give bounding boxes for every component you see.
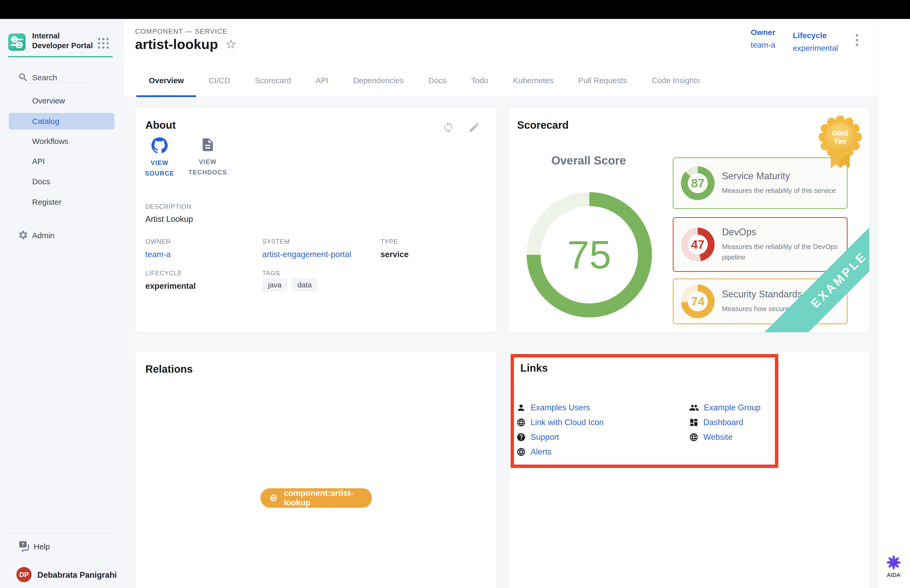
devops-gauge: 47 [681,228,714,262]
favorite-star-icon[interactable] [225,38,237,50]
link-label: Dashboard [703,418,744,427]
relation-node-label: component:artist-lookup [284,488,372,507]
refresh-icon[interactable] [442,121,454,133]
link-examples-users[interactable]: Examples Users [516,400,603,415]
kebab-menu-icon[interactable] [856,34,858,46]
group-icon [689,403,699,413]
sidebar-active-highlight [9,113,115,129]
sidebar-item-api[interactable]: API [32,157,45,166]
sidebar: Internal Developer Portal Search Overvie… [0,19,124,588]
sidebar-item-search[interactable]: Search [32,73,57,82]
sidebar-item-register[interactable]: Register [32,198,61,207]
tab-dependencies[interactable]: Dependencies [341,64,416,97]
svg-text:?: ? [22,542,24,547]
dashboard-icon [689,418,698,427]
service-maturity-score: 87 [691,176,704,190]
system-field-label: SYSTEM [262,238,290,245]
sidebar-bottom-divider [9,533,115,533]
entity-tabs: Overview CI/CD Scorecard API Dependencie… [124,64,877,97]
scorecard-card: Scorecard Overall Score 75 87 Service Ma… [509,107,870,333]
view-techdocs-button[interactable]: VIEW TECHDOCS [188,137,228,178]
tab-todo[interactable]: Todo [459,64,501,97]
owner-label: Owner [751,28,775,37]
globe-icon [516,447,526,457]
lifecycle-field-value: experimental [145,281,196,291]
type-field-value: service [380,250,409,259]
tab-scorecard[interactable]: Scorecard [242,64,303,97]
link-dashboard[interactable]: Dashboard [689,415,760,430]
relation-node-chip[interactable]: component:artist-lookup [260,488,372,508]
service-maturity-gauge: 87 [681,166,714,200]
tab-cicd[interactable]: CI/CD [196,64,242,97]
sidebar-item-help[interactable]: Help [34,542,50,551]
portal-title: Internal Developer Portal [32,31,98,50]
portal-logo-icon [8,34,26,51]
tab-docs[interactable]: Docs [416,64,459,97]
right-rail: AIDA [877,19,910,588]
brand-divider [8,56,113,57]
tag-chip[interactable]: data [291,278,318,292]
about-card: About VIEW SOURCE VIEW TECHDOCS [136,107,496,333]
owner-field-value[interactable]: team-a [145,250,171,259]
link-label: Link with Cloud Icon [530,418,603,427]
view-source-button[interactable]: VIEW SOURCE [144,137,175,179]
edit-pencil-icon[interactable] [468,121,480,133]
sidebar-item-overview[interactable]: Overview [32,96,65,105]
link-label: Website [703,433,732,442]
overall-score-gauge: 75 [527,192,652,317]
sidebar-item-docs[interactable]: Docs [32,177,50,186]
tab-api[interactable]: API [303,64,341,97]
link-website[interactable]: Website [689,430,760,444]
tab-code-insights[interactable]: Code Insights [639,64,712,97]
content-area: About VIEW SOURCE VIEW TECHDOCS [124,98,877,588]
svg-text:Tier: Tier [834,138,847,145]
github-icon [151,137,168,153]
description-value: Artist Lookup [145,215,193,224]
scorecard-item-devops[interactable]: 47 DevOps Measures the reliability of th… [673,217,848,272]
devops-score: 47 [691,237,704,252]
techdocs-doc-icon [200,137,215,152]
aida-flower-icon [886,555,901,570]
link-label: Example Group [704,403,760,412]
user-avatar[interactable]: DP [15,566,33,583]
tag-chip[interactable]: java [262,278,287,292]
link-example-group[interactable]: Example Group [689,400,760,415]
avatar-initials: DP [19,571,29,579]
sidebar-item-catalog[interactable]: Catalog [32,117,59,126]
tab-overview[interactable]: Overview [136,64,196,97]
help-chat-icon: ? [18,540,31,552]
apps-grid-icon[interactable] [98,38,109,49]
tags-field-label: TAGS [262,270,280,277]
sidebar-item-workflows[interactable]: Workflows [32,137,68,146]
overall-score-value: 75 [567,232,611,278]
scorecard-item-desc: Measures the reliability of the DevOps p… [722,241,838,262]
chip-cpu-icon [269,493,278,503]
tab-pull-requests[interactable]: Pull Requests [566,64,639,97]
view-techdocs-label: VIEW TECHDOCS [188,157,228,178]
page-title: artist-lookup [135,36,218,52]
person-icon [516,403,526,412]
sidebar-divider [25,82,93,83]
owner-field-label: OWNER [145,238,171,245]
owner-value[interactable]: team-a [751,40,775,50]
sidebar-item-admin[interactable]: Admin [32,231,55,240]
globe-icon [689,433,698,442]
scorecard-title: Scorecard [517,119,569,131]
link-support[interactable]: Support [516,430,603,444]
main-area: COMPONENT — SERVICE artist-lookup Owner … [124,19,877,588]
user-name[interactable]: Debabrata Panigrahi [37,570,116,580]
view-source-label: VIEW SOURCE [144,158,175,179]
browser-chrome-bar [0,0,910,19]
system-field-value[interactable]: artist-engagement-portal [262,250,351,259]
entity-header: COMPONENT — SERVICE artist-lookup Owner … [124,19,877,64]
about-title: About [145,119,176,131]
link-cloud[interactable]: Link with Cloud Icon [516,415,603,430]
link-label: Alerts [530,447,551,457]
link-alerts[interactable]: Alerts [516,444,603,459]
lifecycle-field-label: LIFECYCLE [145,270,182,277]
lifecycle-label: Lifecycle [793,31,838,40]
tab-kubernetes[interactable]: Kubernetes [501,64,566,97]
overall-score-label: Overall Score [509,154,668,167]
links-card: Links Examples Users Link with Cloud Ico… [509,351,870,588]
aida-widget[interactable]: AIDA [877,555,910,578]
